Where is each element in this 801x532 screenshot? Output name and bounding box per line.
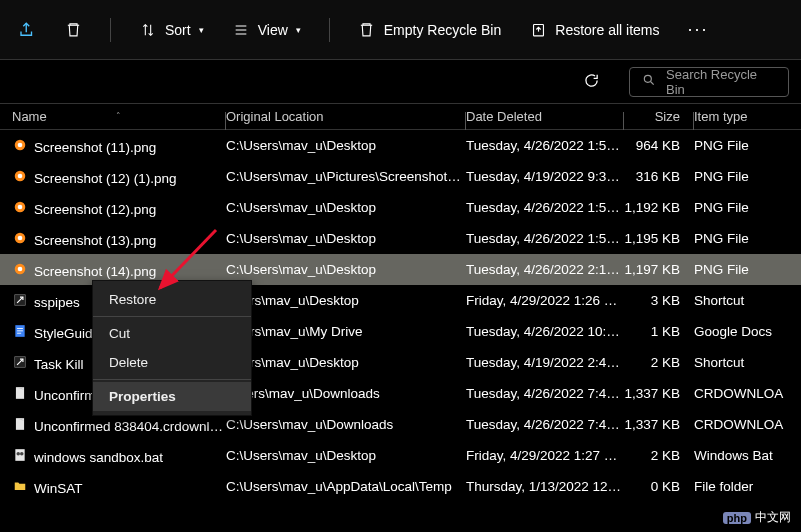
file-size: 1,337 KB — [624, 417, 694, 432]
more-button[interactable]: ··· — [688, 19, 709, 40]
ctx-restore[interactable]: Restore — [93, 285, 251, 314]
restore-all-label: Restore all items — [555, 22, 659, 38]
file-icon — [12, 416, 28, 432]
restore-icon — [529, 21, 547, 39]
svg-rect-16 — [17, 332, 21, 333]
item-type: CRDOWNLOA — [694, 417, 784, 432]
context-menu: Restore Cut Delete Properties — [92, 280, 252, 416]
share-button[interactable] — [18, 21, 36, 39]
file-name: Task Kill — [34, 357, 84, 372]
header-name[interactable]: Name ˄ — [6, 109, 226, 124]
view-button[interactable]: View ▾ — [232, 21, 301, 39]
file-size: 2 KB — [624, 355, 694, 370]
ctx-separator — [93, 316, 251, 317]
php-badge: php — [723, 512, 751, 524]
file-icon — [12, 447, 28, 463]
table-row[interactable]: windows sandbox.batC:\Users\mav_u\Deskto… — [0, 440, 801, 471]
file-size: 964 KB — [624, 138, 694, 153]
toolbar-separator — [110, 18, 111, 42]
file-icon — [12, 199, 28, 215]
file-icon — [12, 478, 28, 494]
sort-button[interactable]: Sort ▾ — [139, 21, 204, 39]
file-size: 316 KB — [624, 169, 694, 184]
date-deleted: Thursday, 1/13/2022 12:28... — [466, 479, 624, 494]
file-name: Screenshot (12).png — [34, 202, 156, 217]
nav-row: Search Recycle Bin — [0, 60, 801, 104]
original-location: C:\Users\mav_u\AppData\Local\Temp — [226, 479, 466, 494]
file-name: windows sandbox.bat — [34, 450, 163, 465]
file-size: 0 KB — [624, 479, 694, 494]
file-name: Unconfirmed 838404.crdownload — [34, 419, 226, 434]
file-name: sspipes — [34, 295, 80, 310]
refresh-button[interactable] — [573, 68, 609, 96]
svg-rect-15 — [17, 330, 23, 331]
empty-label: Empty Recycle Bin — [384, 22, 501, 38]
item-type: Windows Bat — [694, 448, 784, 463]
svg-point-7 — [18, 204, 23, 209]
table-row[interactable]: WinSATC:\Users\mav_u\AppData\Local\TempT… — [0, 471, 801, 502]
file-icon — [12, 230, 28, 246]
view-icon — [232, 21, 250, 39]
search-icon — [642, 73, 656, 90]
original-location: Users\mav_u\Desktop — [226, 293, 466, 308]
date-deleted: Tuesday, 4/26/2022 10:17 AM — [466, 324, 624, 339]
date-deleted: Friday, 4/29/2022 1:27 PM — [466, 448, 624, 463]
trash-icon — [64, 21, 82, 39]
file-icon — [12, 168, 28, 184]
ctx-separator — [93, 379, 251, 380]
restore-all-button[interactable]: Restore all items — [529, 21, 659, 39]
ctx-properties[interactable]: Properties — [93, 382, 251, 411]
svg-point-11 — [18, 266, 23, 271]
file-size: 1,192 KB — [624, 200, 694, 215]
original-location: C:\Users\mav_u\Desktop — [226, 200, 466, 215]
table-row[interactable]: Screenshot (12) (1).pngC:\Users\mav_u\Pi… — [0, 161, 801, 192]
original-location: Users\mav_u\My Drive — [226, 324, 466, 339]
empty-recycle-bin-button[interactable]: Empty Recycle Bin — [358, 21, 501, 39]
item-type: Google Docs — [694, 324, 784, 339]
svg-point-5 — [18, 173, 23, 178]
header-original-location[interactable]: Original Location — [226, 109, 466, 124]
sort-icon — [139, 21, 157, 39]
svg-rect-14 — [17, 328, 23, 329]
item-type: PNG File — [694, 200, 784, 215]
date-deleted: Friday, 4/29/2022 1:26 PM — [466, 293, 624, 308]
item-type: Shortcut — [694, 355, 784, 370]
header-size[interactable]: Size — [624, 109, 694, 124]
svg-point-21 — [17, 452, 21, 456]
file-name: StyleGuide — [34, 326, 100, 341]
item-type: PNG File — [694, 231, 784, 246]
file-icon — [12, 137, 28, 153]
file-name: Screenshot (13).png — [34, 233, 156, 248]
file-size: 1 KB — [624, 324, 694, 339]
header-item-type[interactable]: Item type — [694, 109, 784, 124]
file-icon — [12, 385, 28, 401]
original-location: C:\Users\mav_u\Desktop — [226, 262, 466, 277]
table-row[interactable]: Screenshot (13).pngC:\Users\mav_u\Deskto… — [0, 223, 801, 254]
table-row[interactable]: Screenshot (11).pngC:\Users\mav_u\Deskto… — [0, 130, 801, 161]
toolbar-separator — [329, 18, 330, 42]
delete-button[interactable] — [64, 21, 82, 39]
table-row[interactable]: Screenshot (12).pngC:\Users\mav_u\Deskto… — [0, 192, 801, 223]
item-type: PNG File — [694, 262, 784, 277]
file-icon — [12, 292, 28, 308]
svg-point-1 — [644, 75, 651, 82]
ctx-delete[interactable]: Delete — [93, 348, 251, 377]
date-deleted: Tuesday, 4/19/2022 2:48 PM — [466, 355, 624, 370]
date-deleted: Tuesday, 4/26/2022 1:51 PM — [466, 200, 624, 215]
svg-point-9 — [18, 235, 23, 240]
date-deleted: Tuesday, 4/26/2022 7:46 PM — [466, 417, 624, 432]
date-deleted: Tuesday, 4/19/2022 9:30 A... — [466, 169, 624, 184]
header-date-deleted[interactable]: Date Deleted — [466, 109, 624, 124]
file-size: 3 KB — [624, 293, 694, 308]
file-size: 2 KB — [624, 448, 694, 463]
original-location: \Users\mav_u\Downloads — [226, 386, 466, 401]
original-location: C:\Users\mav_u\Desktop — [226, 448, 466, 463]
search-input[interactable]: Search Recycle Bin — [629, 67, 789, 97]
file-name: Screenshot (11).png — [34, 140, 156, 155]
share-icon — [18, 21, 36, 39]
ctx-cut[interactable]: Cut — [93, 319, 251, 348]
date-deleted: Tuesday, 4/26/2022 1:54 PM — [466, 231, 624, 246]
item-type: CRDOWNLOA — [694, 386, 784, 401]
file-name: Screenshot (12) (1).png — [34, 171, 177, 186]
chevron-down-icon: ▾ — [296, 25, 301, 35]
